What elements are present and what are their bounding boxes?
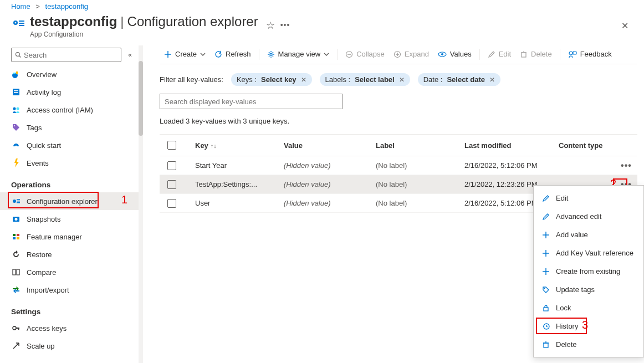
menu-item-lock[interactable]: Lock xyxy=(534,299,643,317)
collapse-sidebar-icon[interactable]: « xyxy=(128,51,132,59)
breadcrumb-home[interactable]: Home xyxy=(11,2,30,11)
svg-rect-8 xyxy=(14,90,18,91)
sidebar-item-restore[interactable]: Restore xyxy=(0,246,143,263)
chevron-down-icon xyxy=(200,52,206,57)
sidebar-item-overview[interactable]: Overview xyxy=(0,65,143,83)
access-keys-icon xyxy=(11,323,21,333)
svg-point-1 xyxy=(15,22,17,24)
create-button[interactable]: Create xyxy=(160,48,210,60)
svg-rect-5 xyxy=(13,73,16,74)
main-content: Create Refresh Manage view Collapse Expa… xyxy=(143,45,644,363)
search-key-values-input[interactable] xyxy=(160,94,343,109)
sidebar-item-configuration-explorer[interactable]: Configuration explorer 1 xyxy=(0,192,143,210)
table-header: Key↑↓ Value Label Last modified Content … xyxy=(160,134,637,156)
svg-line-3 xyxy=(19,56,21,58)
menu-item-add-key-vault[interactable]: Add Key Vault reference xyxy=(534,244,643,262)
column-header-type[interactable]: Content type xyxy=(559,141,615,150)
close-icon[interactable]: ✕ xyxy=(301,76,306,84)
sidebar-item-import-export[interactable]: Import/export xyxy=(0,281,143,299)
column-header-key[interactable]: Key↑↓ xyxy=(184,141,284,150)
column-header-value[interactable]: Value xyxy=(284,141,376,150)
svg-point-33 xyxy=(441,53,443,55)
svg-rect-23 xyxy=(17,237,19,239)
feedback-button[interactable]: Feedback xyxy=(564,48,616,60)
close-icon[interactable]: ✕ xyxy=(489,76,495,84)
sidebar-item-activity-log[interactable]: Activity log xyxy=(0,83,143,101)
scale-up-icon xyxy=(11,341,21,351)
filter-pill-labels[interactable]: Labels : Select label✕ xyxy=(320,73,410,86)
menu-item-advanced-edit[interactable]: Advanced edit xyxy=(534,207,643,226)
refresh-icon xyxy=(214,50,222,58)
sidebar-search-input[interactable] xyxy=(24,51,117,59)
menu-item-create-from-existing[interactable]: Create from existing xyxy=(534,262,643,280)
breadcrumb: Home > testappconfig xyxy=(0,0,644,14)
config-explorer-icon xyxy=(11,196,21,206)
menu-item-edit[interactable]: Edit xyxy=(534,189,643,207)
sidebar-section-operations: Operations xyxy=(0,175,143,192)
filter-pill-date[interactable]: Date : Select date✕ xyxy=(418,73,500,86)
sidebar: « Overview Activity log Access control (… xyxy=(0,45,143,363)
menu-item-add-value[interactable]: Add value xyxy=(534,226,643,244)
sidebar-item-access-control[interactable]: Access control (IAM) xyxy=(0,101,143,119)
select-all-checkbox[interactable] xyxy=(167,141,176,150)
values-toggle[interactable]: Values xyxy=(433,48,476,60)
plus-icon xyxy=(540,249,551,257)
lock-icon xyxy=(540,304,551,312)
header-more-icon[interactable]: ••• xyxy=(280,21,290,29)
sidebar-item-access-keys[interactable]: Access keys xyxy=(0,319,143,337)
quick-start-icon xyxy=(11,140,21,150)
delete-icon xyxy=(520,50,528,58)
refresh-button[interactable]: Refresh xyxy=(210,48,255,60)
sidebar-item-tags[interactable]: Tags xyxy=(0,119,143,136)
svg-rect-20 xyxy=(13,234,16,236)
sidebar-item-snapshots[interactable]: Snapshots xyxy=(0,210,143,228)
tags-icon xyxy=(11,122,21,132)
filter-pill-keys[interactable]: Keys : Select key✕ xyxy=(231,73,312,86)
delete-icon xyxy=(540,341,551,349)
svg-rect-15 xyxy=(17,199,20,200)
sidebar-item-events[interactable]: Events xyxy=(0,154,143,172)
plus-icon xyxy=(540,268,551,275)
breadcrumb-separator: > xyxy=(35,2,40,11)
manage-view-button[interactable]: Manage view xyxy=(263,48,334,60)
expand-button[interactable]: Expand xyxy=(389,48,433,60)
page-title: testappconfig|Configuration explorer xyxy=(30,14,258,29)
toolbar: Create Refresh Manage view Collapse Expa… xyxy=(160,48,637,64)
sidebar-item-feature-manager[interactable]: Feature manager xyxy=(0,228,143,246)
menu-item-update-tags[interactable]: Update tags xyxy=(534,280,643,299)
row-checkbox[interactable] xyxy=(167,199,176,208)
column-header-modified[interactable]: Last modified xyxy=(464,141,559,150)
collapse-button[interactable]: Collapse xyxy=(341,48,389,60)
sidebar-search[interactable] xyxy=(11,48,121,62)
delete-button[interactable]: Delete xyxy=(515,48,556,60)
menu-item-delete[interactable]: Delete xyxy=(534,335,643,354)
favorite-star-icon[interactable]: ☆ xyxy=(266,19,275,32)
menu-item-history[interactable]: History xyxy=(534,317,643,335)
svg-point-37 xyxy=(544,288,545,289)
activity-log-icon xyxy=(11,87,21,97)
sidebar-item-compare[interactable]: Compare xyxy=(0,263,143,281)
sidebar-scrollbar[interactable] xyxy=(139,45,143,363)
svg-rect-34 xyxy=(522,53,526,57)
edit-button[interactable]: Edit xyxy=(483,48,515,60)
page-subtitle: App Configuration xyxy=(30,30,258,38)
row-checkbox[interactable] xyxy=(167,161,176,170)
svg-point-11 xyxy=(17,108,19,110)
close-icon[interactable]: ✕ xyxy=(399,76,405,84)
svg-point-14 xyxy=(13,200,16,203)
breadcrumb-resource[interactable]: testappconfig xyxy=(45,2,88,11)
sidebar-item-scale-up[interactable]: Scale up xyxy=(0,337,143,355)
sidebar-item-quick-start[interactable]: Quick start xyxy=(0,136,143,154)
table-row[interactable]: Start Year (Hidden value) (No label) 2/1… xyxy=(160,156,637,175)
row-checkbox[interactable] xyxy=(167,180,176,189)
svg-rect-16 xyxy=(17,201,20,202)
svg-rect-38 xyxy=(544,308,548,311)
svg-point-10 xyxy=(13,108,16,110)
filter-label: Filter all key-values: xyxy=(160,75,223,84)
column-header-label[interactable]: Label xyxy=(376,141,464,150)
row-actions-icon[interactable]: ••• xyxy=(615,161,637,171)
snapshots-icon xyxy=(11,214,21,224)
close-blade-button[interactable]: ✕ xyxy=(617,18,633,33)
compare-icon xyxy=(11,267,21,277)
feedback-icon xyxy=(568,50,577,58)
